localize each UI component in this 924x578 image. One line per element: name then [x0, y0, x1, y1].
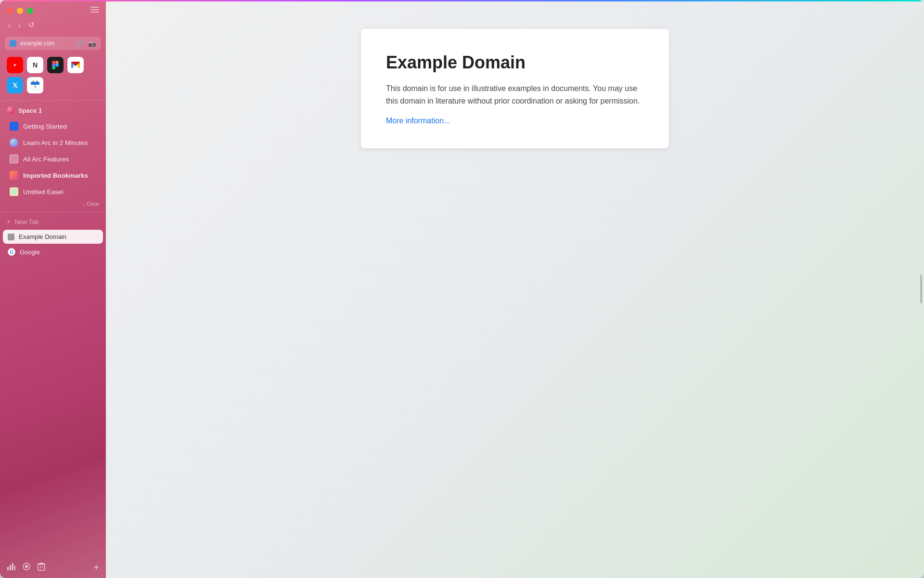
minimize-button[interactable] [17, 8, 23, 14]
clear-arrow: ↓ [82, 201, 85, 207]
svg-rect-4 [52, 66, 55, 69]
address-actions: 🔗 📷 [76, 39, 96, 47]
pinned-notion[interactable]: N [27, 57, 43, 73]
stats-icon[interactable] [7, 562, 15, 573]
trash-icon[interactable] [38, 562, 45, 573]
back-button[interactable]: ‹ [6, 20, 13, 31]
tab-favicon-example [8, 234, 14, 240]
untitled-easel-label: Untitled Easel [23, 188, 63, 196]
pinned-icons-row2: 𝕏 7 [0, 77, 106, 98]
sidebar-divider-2 [0, 211, 106, 212]
content-title: Example Domain [386, 52, 644, 73]
svg-point-17 [25, 565, 28, 568]
imported-bookmarks-label: Imported Bookmarks [23, 172, 88, 179]
sidebar-bottom-bar: + [0, 557, 106, 578]
address-favicon [10, 40, 16, 47]
svg-rect-12 [7, 567, 9, 570]
pinned-youtube[interactable] [7, 57, 23, 73]
svg-rect-18 [38, 564, 45, 570]
pinned-calendar[interactable]: 7 [27, 77, 43, 93]
getting-started-label: Getting Started [23, 123, 67, 130]
getting-started-icon [10, 122, 18, 131]
content-body: This domain is for use in illustrative e… [386, 82, 644, 107]
sidebar-toggle-button[interactable] [90, 7, 100, 14]
all-features-label: All Arc Features [23, 156, 69, 163]
window-controls [0, 0, 106, 18]
scroll-indicator [920, 275, 922, 303]
address-text: example.com [20, 40, 72, 47]
svg-rect-13 [10, 565, 11, 570]
sidebar-item-all-features[interactable]: All Arc Features [3, 151, 103, 167]
pinned-twitter[interactable]: 𝕏 [7, 77, 23, 93]
link-icon[interactable]: 🔗 [76, 39, 84, 47]
svg-rect-15 [14, 566, 15, 570]
sidebar: ‹ › ↺ example.com 🔗 📷 N [0, 0, 106, 578]
bookmarks-icon [10, 171, 18, 180]
pinned-icons-row1: N [0, 55, 106, 77]
browser-window: ‹ › ↺ example.com 🔗 📷 N [0, 0, 924, 578]
tab-favicon-google: G [8, 248, 15, 256]
space-label: Space 1 [18, 107, 42, 114]
svg-point-5 [55, 64, 59, 67]
new-tab-plus-icon: + [7, 218, 11, 225]
sidebar-divider-1 [0, 100, 106, 101]
tab-google[interactable]: G Google [3, 245, 103, 259]
tab-label-example: Example Domain [19, 233, 66, 240]
add-tab-button[interactable]: + [93, 562, 99, 573]
tab-label-google: Google [20, 249, 40, 256]
clear-label: Clear [87, 201, 99, 207]
refresh-button[interactable]: ↺ [26, 19, 37, 31]
main-content: Example Domain This domain is for use in… [106, 0, 924, 578]
forward-button[interactable]: › [16, 20, 23, 31]
more-info-link[interactable]: More information... [386, 117, 450, 125]
sidebar-item-imported-bookmarks[interactable]: Imported Bookmarks [3, 168, 103, 183]
svg-rect-14 [12, 563, 13, 570]
learn-arc-icon [10, 138, 18, 147]
close-button[interactable] [7, 8, 13, 14]
svg-rect-8 [31, 82, 39, 85]
sidebar-item-untitled-easel[interactable]: Untitled Easel [3, 184, 103, 199]
camera-icon[interactable]: 📷 [88, 39, 96, 47]
space-header[interactable]: Space 1 [0, 103, 106, 118]
sidebar-item-learn-arc[interactable]: Learn Arc in 2 Minutes [3, 135, 103, 150]
svg-rect-10 [37, 80, 38, 83]
content-card: Example Domain This domain is for use in… [361, 29, 669, 148]
space-icon [7, 106, 14, 114]
pinned-figma[interactable] [47, 57, 64, 73]
clear-row: ↓ Clear [0, 200, 106, 210]
navigation-row: ‹ › ↺ [0, 18, 106, 35]
address-bar[interactable]: example.com 🔗 📷 [5, 37, 101, 50]
window-top-border [0, 0, 924, 1]
clear-button[interactable]: ↓ Clear [82, 201, 99, 207]
easel-icon [10, 187, 18, 196]
svg-text:7: 7 [34, 85, 36, 89]
new-tab-row[interactable]: + New Tab [0, 214, 106, 229]
learn-arc-label: Learn Arc in 2 Minutes [23, 139, 88, 146]
sidebar-item-getting-started[interactable]: Getting Started [3, 118, 103, 134]
maximize-button[interactable] [27, 8, 33, 14]
all-features-icon [10, 155, 18, 163]
svg-rect-9 [33, 80, 34, 83]
tab-example-domain[interactable]: Example Domain [3, 230, 103, 244]
new-tab-label: New Tab [14, 218, 38, 225]
pinned-gmail[interactable] [67, 57, 84, 73]
archive-icon[interactable] [22, 562, 31, 573]
